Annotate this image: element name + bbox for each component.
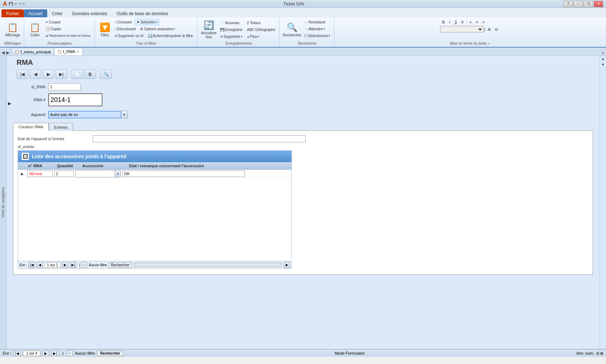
minimize-btn[interactable]: ─: [574, 1, 583, 7]
subform-search-btn[interactable]: Rechercher: [108, 262, 132, 268]
close-all-tabs-btn[interactable]: ✕: [602, 51, 605, 55]
totaux-btn[interactable]: Σ Totaux: [245, 19, 277, 26]
grid-btn[interactable]: ⊞: [486, 26, 492, 32]
subform-nav-last[interactable]: ▶|: [70, 262, 76, 268]
form-title: RMA: [17, 58, 597, 67]
doc-tab-rma[interactable]: 📋 f_RMA ✕: [54, 48, 83, 55]
tab-donnees-externes[interactable]: Données externes: [67, 9, 112, 17]
couleur-btn[interactable]: A: [460, 19, 466, 25]
nav-panel-label: Volet de navigation: [1, 187, 5, 218]
quick-access-redo[interactable]: ↪: [19, 2, 22, 6]
filtre-btn[interactable]: 🔽 Filtre: [98, 19, 112, 40]
enregistrer-btn[interactable]: 💾 Enregistrer: [218, 26, 245, 33]
align-left-btn[interactable]: ≡: [468, 19, 474, 25]
verr-num: Verr. num.: [576, 351, 594, 355]
selection-btn[interactable]: ▼ Sélection ▾: [135, 19, 159, 25]
id-rma-input[interactable]: [48, 83, 81, 90]
tab-entrees[interactable]: Entrées: [49, 123, 73, 131]
copier-btn[interactable]: 📋 Copier: [44, 26, 92, 32]
nav-prev-btn[interactable]: ◀: [30, 70, 41, 79]
supprimer-tri-btn[interactable]: ✕ Supprimer un tri: [113, 32, 145, 39]
main-nav-next[interactable]: ▶: [43, 351, 49, 356]
etat-input[interactable]: [93, 135, 306, 142]
quick-access-undo[interactable]: ↩: [14, 2, 17, 6]
appareil-dropdown-btn[interactable]: ▾: [121, 111, 128, 119]
quick-access-save[interactable]: 💾: [9, 2, 13, 6]
main-search-btn[interactable]: Rechercher: [97, 351, 123, 356]
row-qty-input[interactable]: [54, 170, 74, 177]
nouveau-btn[interactable]: 📄 Nouveau: [218, 19, 245, 26]
affichage-btn[interactable]: 📋 Affichage: [4, 19, 22, 40]
right-scroll-down[interactable]: ▼: [601, 62, 606, 67]
rechercher-large-btn[interactable]: 🔍 Rechercher: [283, 19, 302, 40]
nav-next-btn[interactable]: ▶: [43, 70, 54, 79]
row-etat-input[interactable]: [122, 170, 245, 177]
subform-filter-check[interactable]: ✓: [82, 262, 87, 268]
font-family-select[interactable]: [440, 26, 483, 32]
title-bar-left: A 💾 ↩ ↪ ▾: [3, 1, 25, 7]
decroissant-btn[interactable]: ↓ Décroissant: [113, 26, 138, 32]
tab-creation-rma[interactable]: Creation RMA: [13, 123, 49, 131]
souligne-btn[interactable]: S: [453, 19, 459, 25]
main-nav-last[interactable]: ▶|: [51, 351, 59, 356]
subform-scroll-right[interactable]: ▶: [284, 262, 290, 268]
nav-search-btn[interactable]: 🔍: [100, 70, 112, 79]
tab-fichier[interactable]: Fichier: [1, 9, 24, 17]
remplacer-btn[interactable]: ↔ Remplacer: [302, 19, 332, 25]
rma-num-input[interactable]: [48, 93, 102, 106]
accessoire-dropdown-btn[interactable]: ▾: [115, 170, 121, 177]
subform-nav-prev[interactable]: ◀: [36, 262, 43, 268]
activer-filtre-btn[interactable]: 🔛 Activer/désactiver le filtre: [146, 32, 195, 39]
subform-nav-next[interactable]: ▶: [62, 262, 69, 268]
nav-panel-toggle[interactable]: Volet de navigation: [0, 56, 6, 349]
italique-btn[interactable]: I: [447, 19, 452, 25]
reproduire-btn[interactable]: 🖌 Reproduire la mise en forme: [44, 32, 92, 39]
appareil-select-text[interactable]: Autre pas de sn: [48, 111, 121, 118]
nav-delete-record-btn[interactable]: 🗑: [84, 70, 96, 79]
nav-first-btn[interactable]: |◀: [17, 70, 28, 79]
nav-left-arrow[interactable]: ◀: [1, 50, 5, 55]
tab-outils-bdd[interactable]: Outils de base de données: [112, 9, 173, 17]
atteindre-btn[interactable]: → Atteindre ▾: [302, 26, 332, 32]
restore-btn[interactable]: ❐: [584, 1, 593, 7]
options-avancees-btn[interactable]: ⚙ Options avancées ▾: [138, 26, 177, 32]
row-accessoire-input[interactable]: [75, 170, 115, 177]
supprimer-btn[interactable]: ✕ Supprimer ▾: [218, 33, 245, 40]
croissant-btn[interactable]: ↑ Croissant: [113, 19, 134, 25]
subform-scrollbar-h[interactable]: [134, 263, 281, 267]
table-row: ▶ ▾: [18, 170, 291, 178]
group-label-mise-en-forme: Mise en forme du texte ↗: [450, 41, 490, 45]
doc-tab-rma-close[interactable]: ✕: [76, 50, 79, 54]
help-btn[interactable]: ?: [563, 1, 573, 7]
tab-buttons: Creation RMA Entrées: [13, 123, 593, 131]
ribbon-tabs: Fichier Accueil Créer Données externes O…: [0, 8, 606, 17]
align-right-btn[interactable]: ≡: [481, 19, 487, 25]
subform-table-header: n° RMA Quantité Accessoire Etat / remarq…: [18, 162, 291, 170]
row-n-rma-input[interactable]: [27, 170, 53, 177]
align-center-btn[interactable]: ≡: [474, 19, 480, 25]
couper-btn[interactable]: ✂ Couper: [44, 19, 92, 25]
title-bar: A 💾 ↩ ↪ ▾ Ticket SAV ? ─ ❐ ✕: [0, 0, 606, 8]
orthographe-btn[interactable]: ABC Orthographe: [245, 26, 277, 33]
nav-new-record-btn[interactable]: 📄: [71, 70, 83, 79]
borders-btn[interactable]: ⊟: [493, 26, 500, 32]
close-btn[interactable]: ✕: [594, 1, 603, 7]
empty-rows-area: [18, 178, 291, 261]
nav-last-btn[interactable]: ▶|: [56, 70, 67, 79]
subform-nav-first[interactable]: |◀: [28, 262, 35, 268]
nav-right-arrow[interactable]: ▶: [6, 50, 9, 55]
right-scroll-up[interactable]: ▲: [601, 56, 606, 61]
actualiser-btn[interactable]: 🔄 Actualiser tout: [200, 19, 218, 40]
tab-accueil[interactable]: Accueil: [24, 9, 47, 17]
selectionner-btn[interactable]: ☐ Sélectionner ▾: [302, 32, 332, 39]
tab-creer[interactable]: Créer: [47, 9, 67, 17]
plus-btn[interactable]: ⬧ Plus ▾: [245, 33, 277, 40]
appareil-field: Appareil Autre pas de sn ▾: [17, 111, 597, 119]
main-filter-check[interactable]: ✓: [67, 350, 73, 356]
gras-btn[interactable]: G: [440, 19, 447, 25]
col-header-accessoire: Accessoire: [81, 163, 128, 169]
main-nav-first[interactable]: |◀: [13, 351, 21, 356]
coller-btn[interactable]: 📋 Coller: [27, 19, 43, 40]
tab-content: Etat de l'appareil à l'entrée sf_entrée …: [13, 130, 593, 275]
doc-tab-menu-principal[interactable]: 📋 f_menu_principal: [12, 48, 54, 55]
